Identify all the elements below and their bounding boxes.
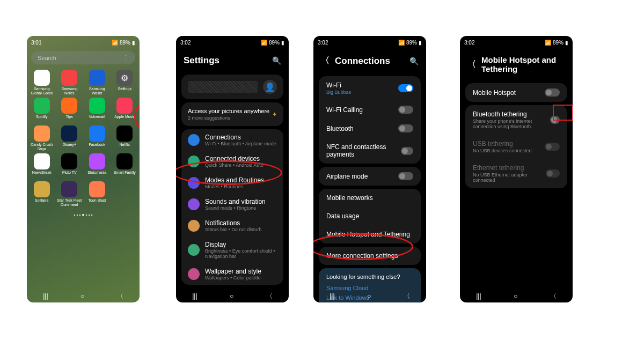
settings-row[interactable]: Mobile Hotspot and Tethering <box>319 225 421 243</box>
settings-item-sub: Sound mode • Ringtone <box>205 205 266 211</box>
settings-row[interactable]: More connection settings <box>319 247 421 265</box>
home-button[interactable]: ○ <box>230 292 233 300</box>
row-title: Wi-Fi Calling <box>326 106 363 114</box>
app-icon[interactable]: Samsung Wallet <box>84 70 110 95</box>
app-icon[interactable]: Samsung Global Goals <box>29 70 55 95</box>
app-icon[interactable]: Tips <box>57 98 83 123</box>
settings-row[interactable]: Bluetooth <box>319 119 421 138</box>
toggle-switch[interactable] <box>546 169 560 178</box>
search-icon[interactable]: 🔍 <box>409 57 419 65</box>
settings-row[interactable]: Airplane mode <box>319 167 421 186</box>
app-icon[interactable]: Smart Family <box>112 153 138 179</box>
app-label: Samsung Wallet <box>84 87 110 95</box>
page-dots[interactable]: • • • ● • • • <box>27 212 140 217</box>
toggle-switch[interactable] <box>545 88 560 97</box>
toggle-switch[interactable] <box>398 106 413 114</box>
header: 〈 Connections 🔍 <box>313 49 426 73</box>
app-icon[interactable]: Apple Music <box>112 98 138 123</box>
app-icon[interactable]: Facebook <box>84 125 110 151</box>
row-title: More connection settings <box>326 252 398 260</box>
settings-item-title: Connections <box>205 134 276 141</box>
page-title: Settings <box>184 55 219 66</box>
settings-item[interactable]: Modes and RoutinesModes • Routines <box>181 172 283 194</box>
settings-item[interactable]: DisplayBrightness • Eye comfort shield •… <box>181 237 283 263</box>
app-icon[interactable]: Samsung Notes <box>57 70 83 95</box>
settings-item-icon <box>188 268 200 280</box>
search-bar[interactable]: Search ⋮ <box>31 51 135 64</box>
nav-bar[interactable]: ||| ○ 〈 <box>176 290 289 302</box>
app-icon-image <box>61 181 77 197</box>
settings-row[interactable]: USB tetheringNo USB devices connected <box>465 135 567 159</box>
app-icon[interactable]: Star Trek Fleet Command <box>57 181 83 207</box>
toggle-switch[interactable] <box>398 84 413 92</box>
settings-row[interactable]: Mobile Hotspot <box>465 83 567 102</box>
settings-row[interactable]: NFC and contactless payments <box>319 138 421 164</box>
settings-item-title: Sounds and vibration <box>205 198 266 205</box>
home-button[interactable]: ○ <box>80 292 84 300</box>
app-label: Samsung Notes <box>57 87 83 95</box>
row-sub: Big Bubbas <box>326 90 351 95</box>
back-button[interactable]: 〈 <box>266 292 273 301</box>
nav-bar[interactable]: ||| ○ 〈 <box>27 290 140 302</box>
profile-card[interactable]: 👤 <box>181 75 283 99</box>
toggle-switch[interactable] <box>550 116 560 124</box>
settings-item[interactable]: ConnectionsWi-Fi • Bluetooth • Airplane … <box>181 129 283 151</box>
status-bar: 3:02 📶 89%▮ <box>313 36 426 49</box>
app-icon[interactable]: Disney+ <box>57 125 83 151</box>
toggle-switch[interactable] <box>545 143 560 151</box>
back-icon[interactable]: 〈 <box>321 55 330 67</box>
settings-row[interactable]: Data usage <box>319 207 421 225</box>
back-button[interactable]: 〈 <box>550 292 557 301</box>
app-icon[interactable]: Slotomania <box>84 153 110 179</box>
app-grid: Samsung Global GoalsSamsung NotesSamsung… <box>27 67 140 210</box>
app-icon-image <box>34 98 50 114</box>
app-icon[interactable]: Pluto TV <box>57 153 83 179</box>
settings-item[interactable]: Connected devicesQuick Share • Android A… <box>181 151 283 172</box>
home-button[interactable]: ○ <box>514 292 517 300</box>
toggle-switch[interactable] <box>398 124 413 132</box>
recents-button[interactable]: ||| <box>330 292 334 300</box>
suggestion-card[interactable]: Access your pictures anywhere 2 more sug… <box>181 102 283 126</box>
connections-group-2: Airplane mode <box>319 167 421 186</box>
app-icon[interactable]: Voicemail <box>84 98 110 123</box>
settings-item[interactable]: Wallpaper and styleWallpapers • Color pa… <box>181 263 283 285</box>
settings-item[interactable]: NotificationsStatus bar • Do not disturb <box>181 215 283 237</box>
profile-name-blurred <box>188 81 258 93</box>
settings-item-icon <box>188 156 200 167</box>
app-icon[interactable]: Solitaire <box>29 181 55 207</box>
settings-item-title: Modes and Routines <box>205 176 264 184</box>
search-icon[interactable]: 🔍 <box>272 56 281 65</box>
row-sub: No USB Ethernet adapter connected <box>473 172 546 183</box>
app-icon[interactable]: Candy Crush Saga <box>29 125 55 151</box>
app-icon[interactable]: Toon Blast <box>84 181 110 207</box>
connections-group-3: Mobile networksData usageMobile Hotspot … <box>319 189 421 243</box>
recents-button[interactable]: ||| <box>476 292 481 300</box>
row-sub: No USB devices connected <box>473 148 532 153</box>
back-button[interactable]: 〈 <box>404 292 410 301</box>
hotspot-group-1: Mobile Hotspot <box>465 83 567 102</box>
app-icon[interactable]: ⚙Settings <box>112 70 138 95</box>
settings-row[interactable]: Bluetooth tetheringShare your phone's in… <box>465 105 567 135</box>
app-icon[interactable]: NewsBreak <box>29 153 55 179</box>
suggestion-sub: 2 more suggestions <box>188 115 269 121</box>
toggle-switch[interactable] <box>398 172 413 180</box>
suggestion-title: Access your pictures anywhere <box>188 108 269 114</box>
app-icon[interactable]: Spotify <box>29 98 55 123</box>
nav-bar[interactable]: ||| ○ 〈 <box>313 290 426 302</box>
back-button[interactable]: 〈 <box>117 292 123 301</box>
app-icon[interactable]: Netflix <box>112 125 138 151</box>
toggle-switch[interactable] <box>401 147 413 155</box>
settings-item[interactable]: Sounds and vibrationSound mode • Rington… <box>181 194 283 215</box>
settings-row[interactable]: Wi-FiBig Bubbas <box>319 76 421 100</box>
settings-row[interactable]: Wi-Fi Calling <box>319 100 421 119</box>
recents-button[interactable]: ||| <box>43 292 48 300</box>
recents-button[interactable]: ||| <box>192 292 197 300</box>
home-button[interactable]: ○ <box>367 292 371 300</box>
settings-row[interactable]: Ethernet tetheringNo USB Ethernet adapte… <box>465 159 567 188</box>
settings-row[interactable]: Mobile networks <box>319 189 421 207</box>
nav-bar[interactable]: ||| ○ 〈 <box>460 290 573 302</box>
status-time: 3:02 <box>180 40 191 46</box>
back-icon[interactable]: 〈 <box>467 59 476 70</box>
app-icon-image: ⚙ <box>116 70 133 86</box>
more-icon[interactable]: ⋮ <box>123 54 129 61</box>
